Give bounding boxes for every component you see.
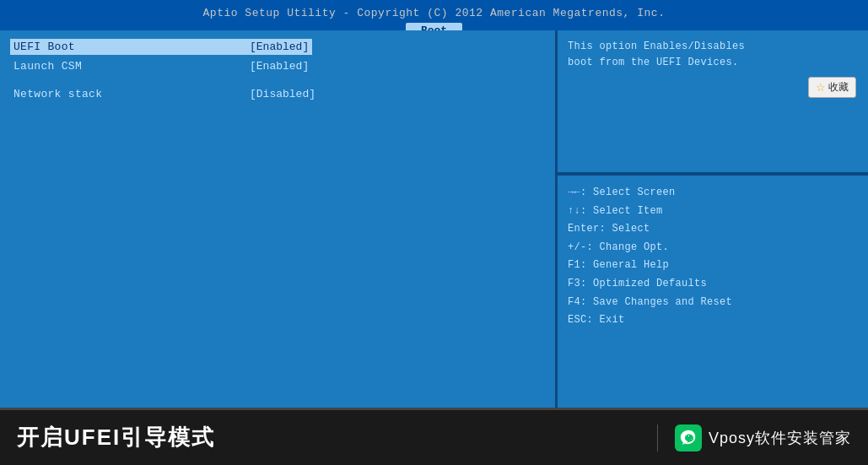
menu-item-launch-csm[interactable]: Launch CSM [Enabled] [10,58,545,74]
key-help-area: →←: Select Screen ↑↓: Select Item Enter:… [558,174,868,408]
key-help-line-5: F1: General Help [568,257,858,275]
uefi-boot-value: [Enabled] [246,39,312,55]
wechat-icon [675,424,702,451]
bookmark-button[interactable]: ☆ 收藏 [808,77,856,98]
uefi-boot-label: UEFI Boot [10,39,246,55]
key-help-text: →←: Select Screen ↑↓: Select Item Enter:… [568,184,858,330]
key-help-line-8: ESC: Exit [568,311,858,330]
bottom-right: Vposy软件安装管家 [657,424,868,451]
launch-csm-label: Launch CSM [10,58,246,74]
header: Aptio Setup Utility - Copyright (C) 2012… [0,0,868,30]
help-text-area: This option Enables/Disablesboot from th… [558,30,868,174]
menu-item-network-stack[interactable]: Network stack [Disabled] [10,86,545,102]
bios-screen: Aptio Setup Utility - Copyright (C) 2012… [0,0,868,465]
right-panel: This option Enables/Disablesboot from th… [557,30,868,408]
key-help-line-4: +/-: Change Opt. [568,239,858,257]
bottom-left: 开启UFEI引导模式 [0,423,657,452]
main-content: UEFI Boot [Enabled] Launch CSM [Enabled]… [0,30,868,408]
launch-csm-value: [Enabled] [246,58,312,74]
network-stack-value: [Disabled] [246,86,319,102]
menu-item-uefi-boot[interactable]: UEFI Boot [Enabled] [10,39,545,55]
bottom-left-text: 开启UFEI引导模式 [17,424,215,450]
star-icon: ☆ [816,81,826,94]
left-panel: UEFI Boot [Enabled] Launch CSM [Enabled]… [0,30,557,408]
key-help-line-1: →←: Select Screen [568,184,858,203]
bookmark-label: 收藏 [828,80,849,95]
network-stack-label: Network stack [10,86,246,102]
key-help-line-6: F3: Optimized Defaults [568,275,858,294]
key-help-line-2: ↑↓: Select Item [568,203,858,221]
header-title: Aptio Setup Utility - Copyright (C) 2012… [0,3,868,21]
key-help-line-7: F4: Save Changes and Reset [568,294,858,312]
menu-spacer [10,78,545,86]
key-help-line-3: Enter: Select [568,220,858,239]
help-text: This option Enables/Disablesboot from th… [568,39,858,71]
bottom-bar: 开启UFEI引导模式 Vposy软件安装管家 [0,408,868,465]
bottom-right-text: Vposy软件安装管家 [709,428,851,448]
